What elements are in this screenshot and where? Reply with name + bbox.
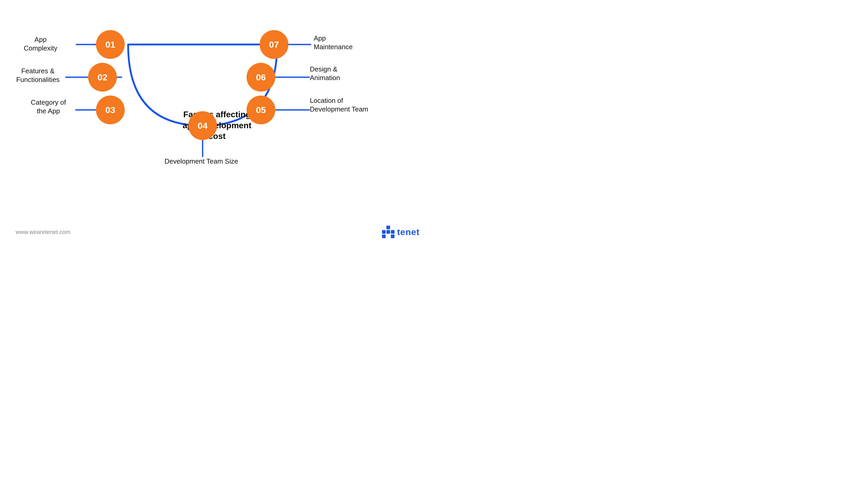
label-01: AppComplexity [14, 35, 67, 52]
label-06: Design &Animation [310, 65, 367, 82]
footer-website: www.wearetenet.com [16, 229, 70, 236]
label-07: AppMaintenance [314, 34, 371, 51]
label-02: Features &Functionalities [8, 67, 68, 84]
circle-05: 05 [247, 95, 275, 124]
diagram-container: Factors affecting app development cost 0… [0, 0, 434, 246]
circle-06: 06 [247, 63, 275, 92]
tenet-grid-icon [382, 226, 395, 238]
tenet-brand-name: tenet [397, 227, 420, 237]
circle-03: 03 [96, 95, 125, 124]
circle-04: 04 [188, 111, 217, 140]
circle-01: 01 [96, 30, 125, 59]
tenet-logo: tenet [382, 226, 420, 238]
circle-07: 07 [259, 30, 288, 59]
label-04: Development Team Size [141, 157, 261, 166]
label-05: Location ofDevelopment Team [310, 96, 378, 113]
label-03: Category ofthe App [21, 98, 76, 115]
circle-02: 02 [88, 63, 117, 92]
